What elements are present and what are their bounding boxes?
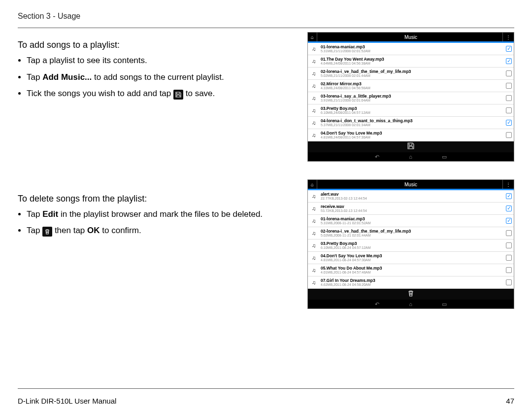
song-title: 03-lorena-i_say_a_little_player.mp3 (321, 94, 503, 99)
page-number: 47 (506, 397, 514, 405)
song-row[interactable]: ♫02-lorena-i_ve_had_the_time_of_my_life.… (308, 68, 514, 80)
menu-icon[interactable]: ⋮ (502, 180, 514, 189)
song-text: 01-lorena-maniac.mp35.31MB,21/11/2008 02… (321, 45, 503, 53)
song-title: alert.wav (321, 192, 503, 197)
song-title: 02-lorena-i_ve_had_the_time_of_my_life.m… (321, 69, 503, 74)
checkbox[interactable] (506, 206, 512, 211)
song-title: 02.Mirror Mirror.mp3 (321, 82, 503, 86)
song-text: 04.Don't Say You Love Me.mp34.81MB,2011-… (321, 254, 503, 262)
song-title: 01.The Day You Went Away.mp3 (321, 57, 503, 62)
song-row[interactable]: ♫01.The Day You Went Away.mp34.64MB,24/0… (308, 55, 514, 68)
song-meta: 5.02MB,21/11/2008 02:01:44AM (321, 74, 503, 77)
song-title: 01-lorena-maniac.mp3 (321, 217, 503, 221)
checkbox[interactable] (506, 218, 512, 224)
checkbox[interactable] (506, 95, 512, 101)
song-text: 04-lorena-i_don_t_want_to_miss_a_thing.m… (321, 119, 503, 127)
checkbox[interactable] (506, 70, 512, 76)
footer-left: D-Link DIR-510L User Manual (18, 397, 116, 405)
back-icon[interactable]: ↶ (375, 301, 379, 308)
menu-icon[interactable]: ⋮ (502, 33, 514, 41)
song-title: 04.Don't Say You Love Me.mp3 (321, 131, 503, 136)
trash-icon[interactable] (407, 290, 414, 299)
text: Tap (27, 226, 42, 235)
song-text: 05.What You Do About Me.mp34.01MB,2011-0… (321, 266, 503, 274)
song-row[interactable]: ♫02.Mirror Mirror.mp34.33MB,24/08/2011 0… (308, 80, 514, 92)
song-row[interactable]: ♫03.Pretty Boy.mp36.10MB,24/08/2011 04:5… (308, 104, 514, 117)
checkbox[interactable] (506, 58, 512, 64)
text: to confirm. (100, 226, 141, 235)
checkbox[interactable] (506, 255, 512, 261)
song-row[interactable]: ♫receive.wav53.72KB,2013-02-13 12:44:54 (308, 203, 514, 215)
song-row[interactable]: ♫04.Don't Say You Love Me.mp34.81MB,2011… (308, 252, 514, 264)
song-text: receive.wav53.72KB,2013-02-13 12:44:54 (321, 205, 503, 212)
song-row[interactable]: ♫04-lorena-i_don_t_want_to_miss_a_thing.… (308, 117, 514, 129)
bullet-tap-add-music: Tap Add Music... to add songs to the cur… (27, 71, 299, 84)
song-row[interactable]: ♫01-lorena-maniac.mp35.31MB,21/11/2008 0… (308, 43, 514, 55)
home-nav-icon[interactable]: ⌂ (409, 154, 412, 160)
song-meta: 6.10MB,24/08/2011 04:57:12AM (321, 111, 503, 114)
action-bar (308, 141, 514, 152)
song-meta: 5.02MB,2008-11-21 02:01:44AM (321, 234, 503, 237)
song-row[interactable]: ♫03-lorena-i_say_a_little_player.mp33.91… (308, 92, 514, 104)
song-title: 01-lorena-maniac.mp3 (321, 45, 503, 49)
recents-icon[interactable]: ▭ (442, 154, 447, 160)
topbar: ⌂ Music ⋮ (308, 33, 514, 41)
text: Tick the songs you wish to add and tap (27, 89, 173, 98)
music-note-icon: ♫ (310, 205, 318, 212)
checkbox[interactable] (506, 193, 512, 199)
song-meta: 53.72KB,2013-02-13 12:44:54 (321, 209, 503, 212)
save-icon[interactable] (407, 142, 414, 151)
recents-icon[interactable]: ▭ (442, 301, 447, 308)
song-title: 03.Pretty Boy.mp3 (321, 241, 503, 246)
song-row[interactable]: ♫02-lorena-i_ve_had_the_time_of_my_life.… (308, 227, 514, 240)
song-text: 02-lorena-i_ve_had_the_time_of_my_life.m… (321, 229, 503, 237)
back-icon[interactable]: ↶ (375, 154, 379, 160)
nav-bar: ↶ ⌂ ▭ (308, 152, 514, 161)
checkbox[interactable] (506, 132, 512, 138)
song-meta: 4.64MB,24/08/2011 04:56:38AM (321, 62, 503, 65)
footer: D-Link DIR-510L User Manual 47 (18, 393, 514, 406)
song-row[interactable]: ♫alert.wav22.77KB,2013-02-13 12:44:54 (308, 190, 514, 203)
home-icon[interactable]: ⌂ (308, 33, 317, 41)
music-note-icon: ♫ (310, 57, 318, 65)
song-meta: 5.37MB,21/11/2008 02:01:34AM (321, 123, 503, 127)
song-text: 01.The Day You Went Away.mp34.64MB,24/08… (321, 57, 503, 65)
bullet-tap-trash: Tap then tap OK to confirm. (27, 224, 299, 237)
checkbox[interactable] (506, 267, 512, 273)
song-row[interactable]: ♫07.Girl In Your Dreams.mp34.62MB,2011-0… (308, 276, 514, 289)
text: in the playlist browser and mark the fil… (58, 209, 263, 219)
ok-bold: OK (87, 226, 100, 235)
bullet-tap-edit: Tap Edit in the playlist browser and mar… (27, 208, 299, 221)
song-meta: 4.01MB,2011-08-24 04:57:48AM (321, 271, 503, 274)
song-title: 04-lorena-i_don_t_want_to_miss_a_thing.m… (321, 119, 503, 123)
header-rule (18, 28, 514, 28)
song-row[interactable]: ♫04.Don't Say You Love Me.mp34.81MB,24/0… (308, 129, 514, 141)
checkbox[interactable] (506, 83, 512, 89)
checkbox[interactable] (506, 120, 512, 126)
checkbox[interactable] (506, 279, 512, 285)
music-note-icon: ♫ (310, 119, 318, 127)
song-row[interactable]: ♫03.Pretty Boy.mp36.10MB,2011-08-24 04:5… (308, 240, 514, 252)
song-row[interactable]: ♫01-lorena-maniac.mp35.31MB,2008-11-21 0… (308, 215, 514, 227)
song-title: 05.What You Do About Me.mp3 (321, 266, 503, 271)
add-songs-intro: To add songs to a playlist: (18, 40, 299, 50)
add-music-bold: Add Music... (42, 72, 92, 82)
home-nav-icon[interactable]: ⌂ (409, 301, 412, 307)
song-meta: 4.81MB,2011-08-24 04:57:30AM (321, 258, 503, 262)
bullet-tap-playlist: Tap a playlist to see its contents. (27, 54, 299, 67)
song-row[interactable]: ♫05.What You Do About Me.mp34.01MB,2011-… (308, 264, 514, 276)
screenshot-column: ⌂ Music ⋮ ♫01-lorena-maniac.mp35.31MB,21… (307, 32, 514, 388)
home-icon[interactable]: ⌂ (308, 180, 317, 189)
checkbox[interactable] (506, 230, 512, 236)
trash-icon (42, 227, 52, 237)
phone-add-screenshot: ⌂ Music ⋮ ♫01-lorena-maniac.mp35.31MB,21… (307, 32, 514, 162)
checkbox[interactable] (506, 46, 512, 52)
checkbox[interactable] (506, 107, 512, 113)
song-text: 03.Pretty Boy.mp36.10MB,2011-08-24 04:57… (321, 241, 503, 249)
checkbox[interactable] (506, 242, 512, 248)
song-meta: 22.77KB,2013-02-13 12:44:54 (321, 197, 503, 200)
song-title: 04.Don't Say You Love Me.mp3 (321, 254, 503, 258)
music-note-icon: ♫ (310, 69, 318, 77)
music-note-icon: ♫ (310, 241, 318, 249)
music-note-icon: ♫ (310, 254, 318, 262)
